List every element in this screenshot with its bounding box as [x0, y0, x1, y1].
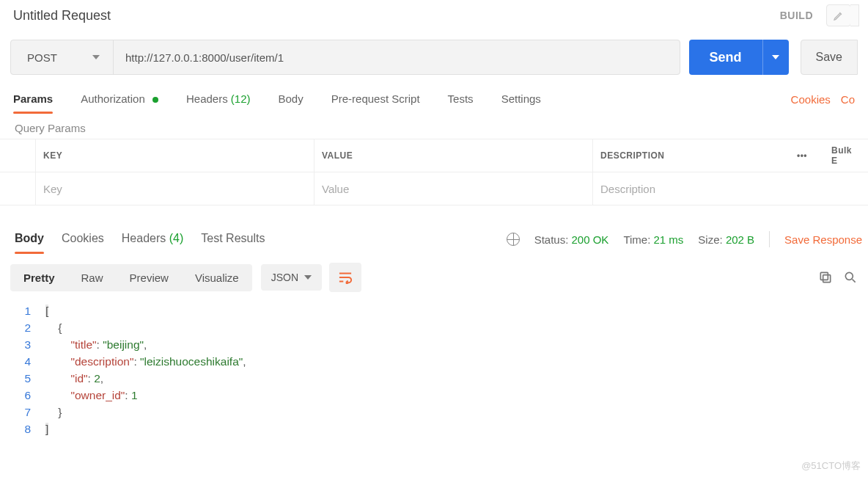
tab-authorization[interactable]: Authorization	[81, 85, 158, 114]
line-number: 7	[0, 404, 45, 420]
globe-icon[interactable]	[507, 233, 520, 246]
view-mode-group: Pretty Raw Preview Visualize	[10, 264, 252, 291]
line-number: 5	[0, 370, 45, 387]
resp-tab-body[interactable]: Body	[15, 226, 44, 252]
wrap-lines-button[interactable]	[329, 263, 361, 292]
size-group[interactable]: Size: 202 B	[698, 233, 754, 246]
more-columns-button[interactable]: •••	[780, 150, 824, 161]
send-options-button[interactable]	[762, 40, 789, 75]
http-method-select[interactable]: POST	[11, 40, 114, 74]
view-pretty[interactable]: Pretty	[10, 264, 68, 291]
request-header: Untitled Request BUILD	[0, 0, 868, 32]
tab-params[interactable]: Params	[13, 85, 53, 114]
code-text: [	[45, 302, 48, 319]
tab-headers[interactable]: Headers (12)	[186, 85, 251, 114]
tab-headers-label: Headers	[186, 92, 228, 105]
comment-button-stub[interactable]	[850, 4, 859, 26]
col-value: VALUE	[314, 139, 592, 172]
send-button[interactable]: Send	[689, 40, 762, 75]
code-text: {	[45, 319, 62, 336]
code-text: "owner_id": 1	[45, 387, 138, 404]
copy-icon[interactable]	[818, 270, 833, 285]
tab-tests[interactable]: Tests	[448, 85, 474, 114]
bulk-edit-link[interactable]: Bulk E	[824, 145, 868, 166]
watermark: @51CTO博客	[801, 459, 861, 473]
format-select[interactable]: JSON	[261, 264, 322, 291]
search-icon[interactable]	[843, 270, 858, 285]
request-url-input[interactable]	[114, 40, 680, 74]
code-text: ]	[45, 420, 48, 437]
resp-tab-headers[interactable]: Headers (4)	[122, 226, 184, 252]
send-button-group: Send	[689, 40, 789, 75]
tab-body[interactable]: Body	[279, 85, 304, 114]
resp-tab-headers-label: Headers	[122, 232, 166, 244]
response-json-body[interactable]: 1[2 {3 "title": "beijing",4 "description…	[0, 299, 868, 437]
edit-button[interactable]	[826, 4, 851, 26]
line-number: 3	[0, 336, 45, 353]
chevron-down-icon	[304, 275, 312, 280]
code-text: "title": "beijing",	[45, 336, 147, 353]
col-description: DESCRIPTION	[592, 139, 780, 172]
save-button[interactable]: Save	[801, 40, 858, 75]
line-number: 8	[0, 420, 45, 437]
status-label: Status:	[534, 233, 569, 246]
view-preview[interactable]: Preview	[117, 264, 182, 291]
resp-headers-count: (4)	[169, 232, 184, 244]
divider	[769, 231, 770, 247]
status-value: 200 OK	[572, 233, 609, 246]
code-line[interactable]: 1[	[0, 302, 868, 319]
chevron-down-icon	[92, 55, 100, 59]
code-line[interactable]: 6 "owner_id": 1	[0, 387, 868, 404]
time-label: Time:	[623, 233, 650, 246]
query-params-header-row: KEY VALUE DESCRIPTION ••• Bulk E	[0, 139, 868, 172]
line-number: 4	[0, 353, 45, 370]
line-number: 1	[0, 302, 45, 319]
col-key: KEY	[35, 139, 314, 172]
status-group[interactable]: Status: 200 OK	[534, 233, 609, 246]
time-group[interactable]: Time: 21 ms	[623, 233, 683, 246]
code-line[interactable]: 4 "description": "leizishuoceshikaifa",	[0, 353, 868, 370]
status-dot-icon	[152, 97, 158, 103]
code-line[interactable]: 3 "title": "beijing",	[0, 336, 868, 353]
request-tabs: Params Authorization Headers (12) Body P…	[0, 85, 868, 114]
view-visualize[interactable]: Visualize	[182, 264, 252, 291]
code-line[interactable]: 2 {	[0, 319, 868, 336]
method-label: POST	[27, 51, 57, 64]
request-right-links: Cookies Co	[791, 93, 855, 106]
size-label: Size:	[698, 233, 722, 246]
response-meta: Status: 200 OK Time: 21 ms Size: 202 B S…	[507, 231, 862, 247]
view-raw[interactable]: Raw	[68, 264, 117, 291]
code-line[interactable]: 8]	[0, 420, 868, 437]
svg-rect-0	[823, 275, 831, 283]
response-tabs: Body Cookies Headers (4) Test Results St…	[0, 226, 868, 252]
query-params-table: KEY VALUE DESCRIPTION ••• Bulk E Key Val…	[0, 139, 868, 205]
time-value: 21 ms	[654, 233, 684, 246]
save-response-link[interactable]: Save Response	[784, 233, 862, 246]
key-input[interactable]: Key	[35, 172, 314, 205]
response-block: Body Cookies Headers (4) Test Results St…	[0, 226, 868, 437]
query-params-label: Query Params	[0, 114, 868, 139]
tab-prerequest[interactable]: Pre-request Script	[331, 85, 420, 114]
chevron-down-icon	[772, 55, 779, 59]
value-input[interactable]: Value	[314, 172, 592, 205]
request-url-row: POST Send Save	[0, 32, 868, 85]
code-line[interactable]: 7 }	[0, 404, 868, 420]
line-number: 6	[0, 387, 45, 404]
line-number: 2	[0, 319, 45, 336]
query-params-empty-row[interactable]: Key Value Description	[0, 172, 868, 205]
resp-tab-test-results[interactable]: Test Results	[201, 226, 265, 252]
code-text: "description": "leizishuoceshikaifa",	[45, 353, 246, 370]
code-link[interactable]: Co	[841, 93, 855, 106]
build-label[interactable]: BUILD	[780, 10, 813, 21]
request-title[interactable]: Untitled Request	[13, 8, 111, 23]
resp-tab-cookies[interactable]: Cookies	[62, 226, 104, 252]
response-toolbar: Pretty Raw Preview Visualize JSON	[0, 252, 868, 299]
size-value: 202 B	[726, 233, 754, 246]
cookies-link[interactable]: Cookies	[791, 93, 831, 106]
description-input[interactable]: Description	[592, 172, 780, 205]
tab-settings[interactable]: Settings	[501, 85, 541, 114]
svg-point-2	[845, 272, 853, 280]
code-line[interactable]: 5 "id": 2,	[0, 370, 868, 387]
code-text: "id": 2,	[45, 370, 103, 387]
headers-count: (12)	[231, 92, 251, 105]
